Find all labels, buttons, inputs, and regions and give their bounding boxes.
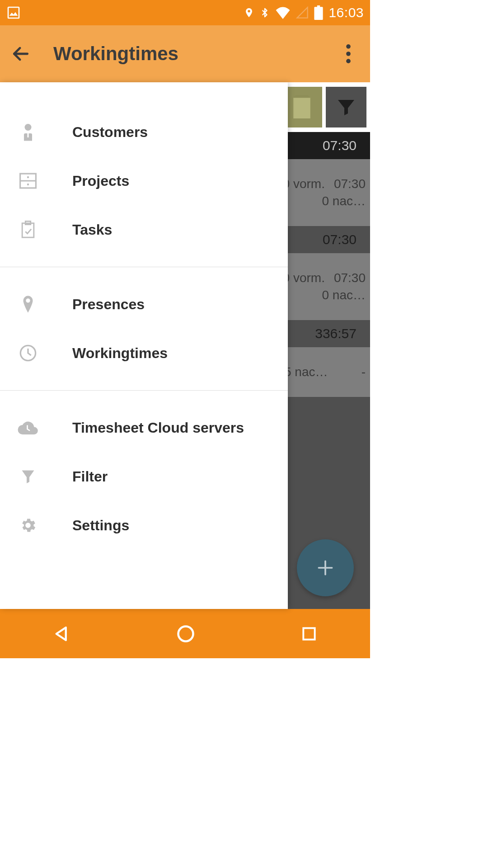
overflow-menu-button[interactable] (339, 44, 357, 63)
page-title: Workingtimes (53, 43, 339, 65)
battery-icon (314, 5, 323, 20)
clipboard-check-icon (17, 221, 39, 239)
bluetooth-icon (260, 5, 270, 20)
location-icon (244, 6, 254, 19)
status-left (6, 5, 21, 20)
drawer-item-label: Tasks (72, 222, 112, 238)
drawer-item-label: Customers (72, 124, 148, 141)
drawer-item-label: Timesheet Cloud servers (72, 420, 244, 436)
drawer-icon (17, 173, 39, 189)
svg-point-7 (25, 124, 32, 131)
svg-point-12 (27, 184, 29, 185)
svg-rect-8 (28, 133, 29, 137)
svg-rect-2 (317, 5, 320, 8)
pin-icon (17, 295, 39, 313)
nav-home-button[interactable] (176, 624, 196, 644)
system-nav-bar (0, 609, 370, 658)
svg-rect-17 (303, 628, 314, 639)
nav-back-button[interactable] (52, 624, 71, 643)
clock-icon (17, 344, 39, 362)
filter-icon-button[interactable] (326, 87, 366, 127)
drawer-item-tasks[interactable]: Tasks (0, 205, 288, 254)
nav-recent-button[interactable] (300, 625, 318, 642)
back-button[interactable] (11, 44, 33, 64)
drawer-item-settings[interactable]: Settings (0, 501, 288, 550)
main-area: 07:30 0 vorm.07:30 0 nac… 07:30 0 vorm.0… (0, 82, 370, 609)
drawer-item-filter[interactable]: Filter (0, 452, 288, 501)
wifi-icon (275, 6, 291, 19)
drawer-item-label: Presences (72, 296, 145, 313)
drawer-item-cloud-servers[interactable]: Timesheet Cloud servers (0, 403, 288, 452)
gear-icon (17, 516, 39, 534)
status-right: 16:03 (244, 5, 364, 20)
add-fab[interactable] (297, 539, 354, 596)
drawer-item-label: Projects (72, 173, 129, 189)
svg-point-5 (346, 59, 351, 63)
svg-point-4 (346, 52, 351, 56)
drawer-item-label: Filter (72, 468, 108, 485)
drawer-item-workingtimes[interactable]: Workingtimes (0, 329, 288, 377)
svg-point-16 (178, 626, 193, 641)
app-bar: Workingtimes (0, 25, 370, 82)
svg-point-11 (27, 176, 29, 178)
drawer-item-customers[interactable]: Customers (0, 108, 288, 156)
nav-drawer: Customers Projects Tasks Presences (0, 82, 288, 609)
svg-rect-0 (8, 7, 19, 18)
cloud-icon (17, 421, 39, 434)
funnel-icon (17, 468, 39, 485)
drawer-item-projects[interactable]: Projects (0, 156, 288, 205)
svg-rect-6 (293, 98, 310, 118)
signal-icon (296, 6, 309, 19)
image-icon (6, 5, 21, 20)
drawer-item-label: Workingtimes (72, 345, 168, 362)
person-icon (17, 123, 39, 141)
status-clock: 16:03 (328, 5, 364, 20)
drawer-item-label: Settings (72, 517, 129, 534)
svg-rect-1 (314, 7, 323, 20)
svg-rect-13 (22, 223, 34, 237)
svg-point-3 (346, 44, 351, 49)
status-bar: 16:03 (0, 0, 370, 25)
drawer-item-presences[interactable]: Presences (0, 280, 288, 329)
